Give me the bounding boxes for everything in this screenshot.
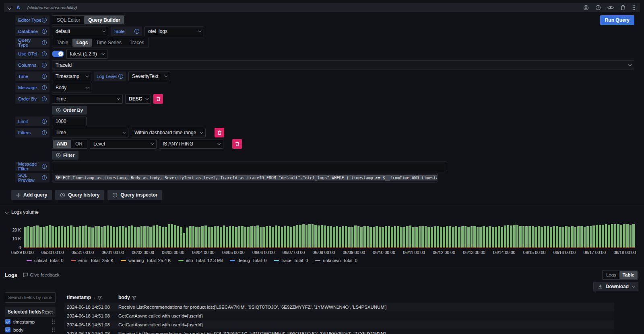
volume-bar [596, 225, 598, 248]
query-type-logs[interactable]: Logs [72, 39, 92, 47]
filter1-field-select[interactable]: Time [52, 128, 128, 137]
page: A (clickhouse-observability) Run Query E… [0, 0, 644, 334]
time-column-select[interactable]: Timestamp [52, 72, 91, 81]
info-icon[interactable]: i [42, 85, 47, 90]
message-label: Messagei [15, 83, 50, 92]
timestamp-column-header[interactable]: timestamp [67, 295, 91, 300]
give-feedback-link[interactable]: Give feedback [23, 273, 60, 277]
sql-editor-option[interactable]: SQL Editor [53, 16, 84, 24]
columns-multiselect[interactable]: TraceId [52, 60, 634, 70]
query-history-button[interactable]: Query history [55, 190, 104, 200]
drag-handle-icon[interactable] [52, 319, 55, 324]
info-icon[interactable]: i [42, 119, 47, 124]
log-table-row[interactable]: 2024-06-18 14:51:08Receive ListRecommend… [64, 303, 614, 311]
run-query-button[interactable]: Run Query [600, 15, 634, 25]
volume-bar [195, 227, 198, 248]
order-by-direction-select[interactable]: DESC [125, 94, 151, 104]
legend-item-warning[interactable]: warningTotal: 25.4 K [121, 258, 171, 263]
info-icon[interactable]: i [42, 96, 47, 101]
filter1-operator-select[interactable]: Within dashboard time range [131, 128, 206, 137]
info-icon[interactable]: i [42, 175, 47, 180]
filter-icon[interactable] [97, 295, 102, 300]
add-order-by-button[interactable]: Order By [52, 106, 87, 115]
x-tick-label: 06/01 00:00 [102, 250, 124, 255]
volume-bar [305, 225, 308, 248]
info-icon[interactable]: i [42, 40, 47, 45]
download-button[interactable]: Download [593, 282, 638, 291]
query-type-time-series[interactable]: Time Series [92, 39, 126, 47]
volume-bar [247, 227, 250, 248]
volume-bar [70, 225, 72, 248]
info-icon[interactable]: i [134, 29, 139, 34]
panel-collapse-chevron-icon[interactable] [5, 211, 8, 214]
selected-field-timestamp: timestamp [5, 318, 56, 325]
query-type-table[interactable]: Table [53, 39, 72, 47]
order-by-column-select[interactable]: Time [52, 94, 123, 104]
log-level-select[interactable]: SeverityText [128, 72, 170, 81]
volume-bar [290, 227, 293, 248]
sort-desc-icon[interactable]: ↓ [93, 295, 95, 300]
message-column-select[interactable]: Body [52, 83, 91, 92]
volume-bar [501, 227, 504, 248]
legend-item-debug[interactable]: debugTotal: 0 [230, 258, 266, 263]
duplicate-icon[interactable] [583, 5, 589, 10]
remove-filter2-button[interactable] [232, 139, 242, 149]
log-table-row[interactable]: 2024-06-18 14:51:08Receive ListRecommend… [64, 329, 614, 334]
message-filter-input[interactable] [52, 162, 447, 171]
history-icon[interactable] [595, 5, 601, 10]
database-select[interactable]: default [52, 27, 108, 36]
add-query-button[interactable]: Add query [11, 190, 52, 200]
limit-input[interactable] [52, 117, 87, 126]
filter-icon[interactable] [132, 295, 136, 300]
checkbox-checked[interactable] [5, 319, 10, 324]
volume-bar [427, 227, 430, 248]
filter2-operator-select[interactable]: IS ANYTHING [159, 139, 223, 149]
log-table-row[interactable]: 2024-06-18 14:51:08GetCartAsync called w… [64, 320, 614, 329]
trash-icon[interactable] [620, 5, 625, 10]
legend-item-error[interactable]: errorTotal: 255 K [71, 258, 114, 263]
selected-fields-list: timestampbody [5, 318, 60, 333]
legend-color-swatch [71, 260, 76, 261]
body-column-header[interactable]: body [118, 295, 130, 300]
and-option[interactable]: AND [53, 140, 71, 148]
info-icon[interactable]: i [42, 130, 47, 135]
info-icon[interactable]: i [42, 74, 47, 79]
info-icon[interactable]: i [42, 51, 47, 56]
checkbox-checked[interactable] [5, 327, 10, 332]
info-icon[interactable]: i [118, 74, 123, 79]
eye-icon[interactable] [607, 5, 614, 10]
query-type-traces[interactable]: Traces [126, 39, 148, 47]
legend-item-critical[interactable]: criticalTotal: 0 [27, 258, 64, 263]
chevron-down-icon [117, 96, 120, 100]
legend-item-unknown[interactable]: unknownTotal: 0 [315, 258, 357, 263]
volume-bar [235, 227, 237, 248]
volume-bar [278, 226, 280, 248]
drag-handle-icon[interactable] [632, 5, 636, 10]
remove-order-by-button[interactable] [153, 94, 163, 104]
or-option[interactable]: OR [71, 140, 87, 148]
reset-fields-button[interactable]: Reset [42, 309, 53, 314]
volume-bar [244, 227, 247, 248]
drag-handle-icon[interactable] [52, 327, 55, 332]
use-otel-toggle[interactable]: ✓ [52, 51, 64, 57]
table-select[interactable]: otel_logs [144, 27, 204, 36]
query-builder-option[interactable]: Query Builder [84, 16, 124, 24]
info-icon[interactable]: i [42, 18, 47, 23]
info-icon[interactable]: i [42, 164, 47, 169]
view-logs-option[interactable]: Logs [603, 271, 619, 279]
collapse-chevron-icon[interactable] [8, 6, 12, 10]
legend-item-info[interactable]: infoTotal: 12.3 Mil [178, 258, 223, 263]
otel-version-select[interactable]: latest (1.2.9) [66, 49, 107, 59]
volume-bar [388, 226, 390, 248]
query-inspector-button[interactable]: Query inspector [107, 190, 162, 200]
remove-filter1-button[interactable] [215, 128, 224, 137]
info-icon[interactable]: i [42, 29, 47, 34]
info-icon[interactable]: i [42, 63, 47, 68]
view-table-option[interactable]: Table [619, 271, 638, 279]
log-table-row[interactable]: 2024-06-18 14:51:08GetCartAsync called w… [64, 311, 614, 320]
filter2-field-select[interactable]: Level [90, 139, 157, 149]
add-filter-button[interactable]: Filter [52, 151, 78, 160]
volume-bar [547, 226, 549, 248]
search-fields-input[interactable] [5, 292, 56, 303]
legend-item-trace[interactable]: traceTotal: 0 [274, 258, 308, 263]
